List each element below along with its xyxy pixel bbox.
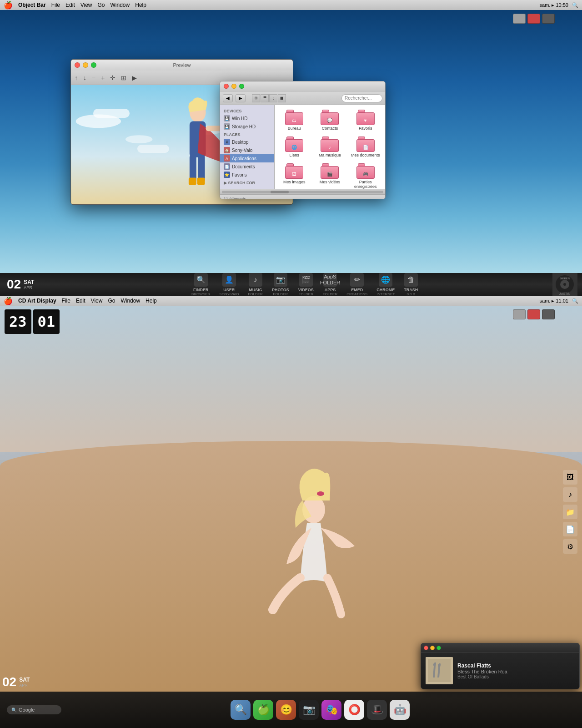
dock-icon-robot[interactable]: 🤖 (390, 700, 410, 720)
folder-parties-icon: 🎮 (356, 163, 375, 179)
taskbar-finder[interactable]: 🔍 FINDER BROWSER (191, 273, 210, 296)
apple-menu-2[interactable]: 🍎 (4, 297, 13, 305)
folder-videos[interactable]: 🎬 Mes vidéos (313, 162, 346, 189)
window-thumb-2-1[interactable] (513, 309, 526, 319)
folder-tab (322, 136, 329, 139)
dock-icon-colorful[interactable]: 🎭 (321, 700, 341, 720)
sidebar-item-applications[interactable]: A Applications (220, 154, 274, 162)
right-icon-1[interactable]: 🖼 (563, 470, 577, 485)
taskbar-apps[interactable]: AppS FOLDER APPS FOLDER (323, 273, 337, 296)
sidebar-item-favoris[interactable]: ⭐ Favoris (220, 171, 274, 179)
menu-file[interactable]: File (51, 2, 60, 8)
menu-time: sam. ▸ 10:50 (540, 2, 568, 8)
finder-back[interactable]: ◀ (223, 94, 233, 102)
tool-up[interactable]: ↑ (75, 74, 78, 81)
menu-file-2[interactable]: File (62, 298, 70, 304)
menu-window[interactable]: Window (110, 2, 130, 8)
sidebar-item-documents[interactable]: 📄 Documents (220, 162, 274, 171)
folder-favoris[interactable]: ♥ Favoris (349, 108, 382, 133)
finder-forward[interactable]: ▶ (236, 94, 246, 102)
folder-documents[interactable]: 📄 Mes documents (349, 135, 382, 160)
view-icon[interactable]: ⊞ (252, 94, 260, 102)
folder-parties[interactable]: 🎮 Parties enregistrées (349, 162, 382, 189)
finder-minimize[interactable] (231, 84, 236, 89)
tool-plus[interactable]: + (101, 74, 105, 81)
dock-icon-app2[interactable]: 🎩 (367, 700, 387, 720)
dock-icon-app1[interactable]: 😊 (276, 700, 296, 720)
right-icon-4[interactable]: 📄 (563, 522, 577, 536)
dock-icon-appstore[interactable]: 🍏 (253, 700, 273, 720)
menu-edit[interactable]: Edit (65, 2, 75, 8)
sidebar-item-storagehd[interactable]: 💾 Storage HD (220, 122, 274, 131)
dock-icon-camera[interactable]: 📷 (299, 700, 319, 720)
taskbar-videos[interactable]: 🎬 VIDEOS FOLDER (298, 273, 314, 296)
menu-go[interactable]: Go (98, 2, 105, 8)
taskbar-photos[interactable]: 📷 PHOTOS FOLDER (272, 273, 289, 296)
date-bottom-weekday: SAT (19, 677, 30, 683)
preview-minimize[interactable] (83, 62, 88, 68)
finder-grid: 🗂 Bureau 💬 Contacts (277, 108, 382, 189)
taskbar-music[interactable]: ♪ MUSIC FOLDER (248, 273, 262, 296)
folder-musique[interactable]: ♪ Ma musique (313, 135, 346, 160)
tool-move[interactable]: ✛ (110, 74, 115, 81)
window-thumb-2-3[interactable] (542, 309, 555, 319)
dock-icon-finder[interactable]: 🔍 (231, 700, 251, 720)
view-column[interactable]: ⋮ (269, 94, 277, 102)
window-thumb-2[interactable] (527, 14, 540, 24)
window-thumb-3[interactable] (542, 14, 555, 24)
window-thumb-1[interactable] (513, 14, 526, 24)
menu-edit-2[interactable]: Edit (76, 298, 85, 304)
tool-minus[interactable]: − (92, 74, 95, 81)
window-thumb-2-2[interactable] (527, 309, 540, 319)
taskbar-emed[interactable]: ✏ EMED CREATIONS (346, 273, 367, 296)
menubar-right: sam. ▸ 10:50 🔍 (540, 2, 578, 8)
view-list[interactable]: ☰ (261, 94, 269, 102)
menu-window-2[interactable]: Window (120, 298, 140, 304)
sidebar-item-winhd[interactable]: 💾 Win HD (220, 114, 274, 122)
finder-content: 🗂 Bureau 💬 Contacts (275, 105, 385, 189)
tool-grid[interactable]: ⊞ (121, 74, 126, 81)
menu-search-icon[interactable]: 🔍 (572, 2, 578, 8)
music-close[interactable] (424, 646, 428, 650)
taskbar-chrome[interactable]: 🌐 CHROME INTERNET (376, 273, 395, 296)
tool-down[interactable]: ↓ (83, 74, 86, 81)
folder-images[interactable]: 🖼 Mes images (277, 162, 311, 189)
menubar-screen2: 🍎 CD Art Display File Edit View Go Windo… (0, 296, 582, 306)
menu-help-2[interactable]: Help (146, 298, 157, 304)
menu-view-2[interactable]: View (91, 298, 103, 304)
folder-bureau[interactable]: 🗂 Bureau (277, 108, 311, 133)
finder-search-input[interactable] (341, 94, 382, 102)
music-maximize[interactable] (436, 646, 441, 650)
right-icon-2[interactable]: ♪ (563, 487, 577, 502)
dock-search[interactable]: 🔍 Google (7, 705, 61, 714)
apple-menu[interactable]: 🍎 (4, 1, 13, 10)
taskbar-user[interactable]: 👤 USER SONY-VAIO (219, 273, 239, 296)
finder-maximize[interactable] (239, 84, 244, 89)
preview-close[interactable] (75, 62, 80, 68)
emed-icon: ✏ (350, 273, 364, 287)
right-icon-5[interactable]: ⚙ (563, 539, 577, 554)
folder-contacts[interactable]: 💬 Contacts (313, 108, 346, 133)
view-cover[interactable]: ▦ (278, 94, 286, 102)
finder-scrollbar[interactable] (220, 189, 385, 194)
taskbar-weekday: SAT (24, 279, 34, 285)
finder-close[interactable] (224, 84, 229, 89)
taskbar-trash[interactable]: 🗑 TRASH 0.0 B (404, 273, 418, 296)
taskbar: 02 SAT APR 🔍 FINDER BROWSER 👤 USER SONY-… (0, 273, 582, 296)
preview-maximize[interactable] (91, 62, 96, 68)
right-icon-3[interactable]: 📁 (563, 505, 577, 519)
trash-label: TRASH (404, 288, 418, 292)
menu-help[interactable]: Help (135, 2, 146, 8)
date-bottom: 02 SAT APR (2, 675, 30, 689)
tool-play[interactable]: ▶ (132, 74, 137, 81)
menu-search-icon-2[interactable]: 🔍 (572, 298, 578, 304)
folder-liens[interactable]: 🌐 Liens (277, 135, 311, 160)
menu-go-2[interactable]: Go (108, 298, 115, 304)
sidebar-item-desktop[interactable]: 🖥 Desktop (220, 138, 274, 146)
scroll-thumb[interactable] (271, 191, 289, 193)
menu-view[interactable]: View (80, 2, 92, 8)
dock-icon-stormtrooper[interactable]: ⭕ (344, 700, 364, 720)
music-minimize[interactable] (430, 646, 435, 650)
scroll-track (222, 191, 383, 193)
sidebar-item-sony[interactable]: 🏠 Sony-Vaio (220, 146, 274, 154)
